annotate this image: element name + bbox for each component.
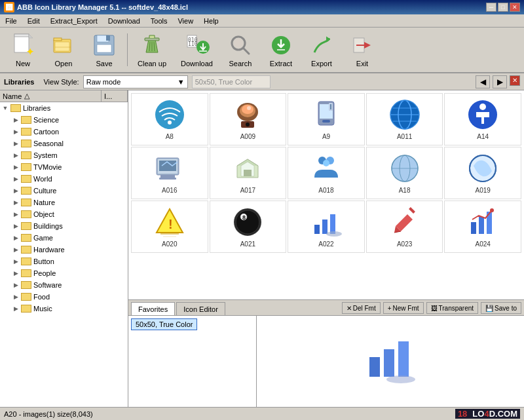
toolbar-sep-1 bbox=[127, 33, 128, 66]
tab-favorites[interactable]: Favorites bbox=[131, 302, 175, 315]
status-text: A20 - images(1) size(8,043) bbox=[4, 410, 93, 418]
icon-A024 bbox=[467, 206, 498, 238]
sidebar-item-software[interactable]: ▶ Software bbox=[0, 279, 128, 291]
bottom-panel: 50x50, True Color bbox=[128, 315, 524, 407]
toolbar-download[interactable]: 010 110 Download bbox=[175, 29, 219, 71]
color-mode-button[interactable]: 50x50, True Color bbox=[131, 318, 197, 330]
icon-cell-A009[interactable]: A009 bbox=[210, 93, 287, 145]
icon-A18 bbox=[389, 153, 421, 184]
toolbar-export[interactable]: Export bbox=[303, 29, 341, 71]
exit-icon bbox=[349, 32, 375, 58]
svg-point-18 bbox=[234, 39, 243, 48]
icon-cell-A011[interactable]: A011 bbox=[366, 93, 443, 145]
toolbar-new[interactable]: ✦ New bbox=[4, 29, 42, 71]
open-label: Open bbox=[55, 60, 73, 67]
tab-icon-editor[interactable]: Icon Editor bbox=[176, 302, 225, 315]
search-label: Search bbox=[229, 60, 252, 67]
sidebar-item-hardware[interactable]: ▶ Hardware bbox=[0, 244, 128, 256]
toolbar-save[interactable]: Save bbox=[85, 29, 123, 71]
view-style-label: View Style: bbox=[43, 78, 79, 86]
sidebar-item-nature[interactable]: ▶ Nature bbox=[0, 197, 128, 208]
sidebar-item-tvmovie[interactable]: ▶ TVMovie bbox=[0, 161, 128, 173]
menu-download[interactable]: Download bbox=[105, 16, 143, 26]
icon-cell-A18[interactable]: A18 bbox=[366, 147, 443, 199]
icon-cell-A019[interactable]: A019 bbox=[444, 147, 521, 199]
svg-point-24 bbox=[155, 100, 184, 129]
sidebar-item-buildings[interactable]: ▶ Buildings bbox=[0, 220, 128, 232]
icon-cell-A8[interactable]: A8 bbox=[131, 93, 208, 145]
menu-extract-export[interactable]: Extract_Export bbox=[48, 16, 100, 26]
icon-cell-A024[interactable]: A024 bbox=[444, 200, 521, 253]
icon-cell-A14[interactable]: A14 bbox=[444, 93, 521, 145]
toolbar-extract[interactable]: Extract bbox=[262, 29, 300, 71]
info-column-header[interactable]: I... bbox=[102, 90, 128, 102]
icon-A016 bbox=[154, 153, 185, 184]
menu-view[interactable]: View bbox=[175, 16, 196, 26]
new-icon: ✦ bbox=[10, 32, 36, 58]
sidebar-item-object[interactable]: ▶ Object bbox=[0, 208, 128, 220]
toolbar-exit[interactable]: Exit bbox=[343, 29, 381, 71]
people-label: People bbox=[33, 269, 56, 277]
color-mode-dropdown[interactable]: 50x50, True Color bbox=[192, 75, 271, 88]
svg-point-29 bbox=[247, 106, 251, 110]
svg-rect-80 bbox=[398, 341, 409, 377]
sidebar-item-seasonal[interactable]: ▶ Seasonal bbox=[0, 138, 128, 149]
menu-edit[interactable]: Edit bbox=[25, 16, 43, 26]
menu-file[interactable]: File bbox=[3, 16, 20, 26]
icon-cell-A018[interactable]: A018 bbox=[288, 147, 365, 199]
icon-cell-A016[interactable]: A016 bbox=[131, 147, 208, 199]
icon-A018 bbox=[310, 153, 342, 184]
panel-close-button[interactable]: ✕ bbox=[510, 75, 520, 86]
save-label: Save bbox=[96, 60, 112, 67]
icon-cell-A021[interactable]: 8 A021 bbox=[210, 200, 287, 253]
menu-tools[interactable]: Tools bbox=[148, 16, 170, 26]
toolbar-cleanup[interactable]: Clean up bbox=[132, 29, 172, 71]
svg-text:✦: ✦ bbox=[26, 47, 34, 57]
nav-back-button[interactable]: ◀ bbox=[476, 75, 490, 88]
sidebar-item-button[interactable]: ▶ Button bbox=[0, 256, 128, 267]
sidebar-item-food[interactable]: ▶ Food bbox=[0, 291, 128, 303]
svg-point-63 bbox=[234, 209, 261, 235]
close-button[interactable]: ✕ bbox=[510, 3, 520, 12]
sidebar-item-system[interactable]: ▶ System bbox=[0, 149, 128, 161]
sidebar-item-world[interactable]: ▶ World bbox=[0, 173, 128, 185]
del-fmt-button[interactable]: ✕ Del Fmt bbox=[342, 302, 381, 314]
toolbar-search[interactable]: Search bbox=[221, 29, 259, 71]
icon-cell-A020[interactable]: ! A020 bbox=[131, 200, 208, 253]
icon-cell-A017[interactable]: A017 bbox=[210, 147, 287, 199]
svg-marker-2 bbox=[29, 34, 33, 38]
svg-point-71 bbox=[326, 231, 342, 237]
new-fmt-button[interactable]: + New Fmt bbox=[383, 302, 424, 314]
sidebar-item-science[interactable]: ▶ Science bbox=[0, 114, 128, 126]
minimize-button[interactable]: ─ bbox=[486, 3, 496, 12]
preview-area bbox=[257, 316, 524, 407]
sidebar: Name △ I... ▼ Libraries ▶ Science ▶ bbox=[0, 90, 128, 407]
sidebar-item-people[interactable]: ▶ People bbox=[0, 267, 128, 279]
bottom-left-panel: 50x50, True Color bbox=[128, 316, 257, 407]
name-column-header[interactable]: Name △ bbox=[0, 90, 102, 102]
menu-help[interactable]: Help bbox=[201, 16, 221, 26]
toolbar: ✦ New Open Save bbox=[0, 28, 524, 73]
sidebar-item-game[interactable]: ▶ Game bbox=[0, 232, 128, 244]
sidebar-item-cartoon[interactable]: ▶ Cartoon bbox=[0, 126, 128, 138]
app-icon: 🅰 bbox=[4, 2, 14, 12]
sidebar-item-libraries[interactable]: ▼ Libraries bbox=[0, 102, 128, 114]
svg-point-53 bbox=[323, 160, 329, 166]
extract-icon bbox=[268, 32, 294, 58]
view-mode-dropdown[interactable]: Raw mode ▼ bbox=[83, 75, 188, 88]
icon-A011 bbox=[389, 99, 421, 130]
search-icon bbox=[227, 32, 253, 58]
sidebar-item-culture[interactable]: ▶ Culture bbox=[0, 185, 128, 197]
maximize-button[interactable]: □ bbox=[498, 3, 508, 12]
icon-cell-A9[interactable]: A9 bbox=[288, 93, 365, 145]
save-to-button[interactable]: 💾 Save to bbox=[481, 302, 521, 314]
sidebar-item-music[interactable]: ▶ Music bbox=[0, 303, 128, 315]
svg-text:!: ! bbox=[168, 217, 173, 231]
transparent-button[interactable]: 🖼 Transparent bbox=[426, 302, 479, 314]
icon-cell-A022[interactable]: A022 bbox=[288, 200, 365, 253]
toolbar-open[interactable]: Open bbox=[45, 29, 83, 71]
bottom-tabs: Favorites Icon Editor ✕ Del Fmt + New Fm… bbox=[128, 299, 524, 315]
status-bar: A20 - images(1) size(8,043) 18 LO4D.COM bbox=[0, 407, 524, 420]
nav-forward-button[interactable]: ▶ bbox=[493, 75, 507, 88]
icon-cell-A023[interactable]: A023 bbox=[366, 200, 443, 253]
